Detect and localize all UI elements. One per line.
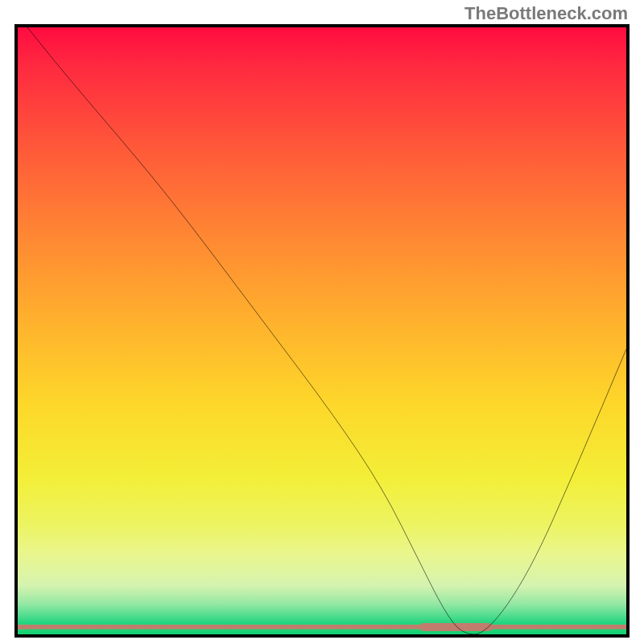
chart-frame [14,24,630,638]
bottleneck-curve-path [18,27,626,634]
chart-curve-svg [18,27,626,634]
watermark-text: TheBottleneck.com [464,3,628,24]
